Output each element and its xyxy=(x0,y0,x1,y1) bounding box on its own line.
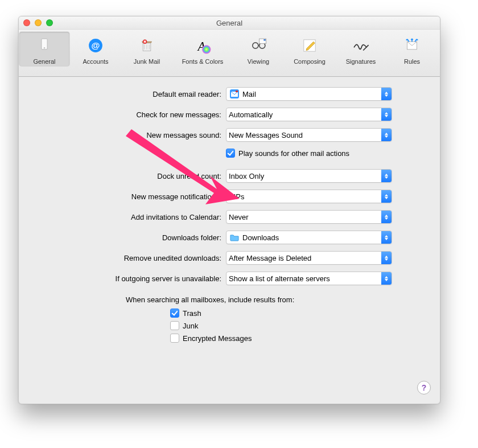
folder-icon xyxy=(230,233,239,242)
search-section-header: When searching all mailboxes, include re… xyxy=(126,295,431,304)
downloads-folder-label: Downloads folder: xyxy=(28,233,226,242)
search-trash-checkbox[interactable] xyxy=(170,309,179,318)
outgoing-server-value: Show a list of alternate servers xyxy=(226,274,381,283)
search-junk-row[interactable]: Junk xyxy=(170,321,431,330)
mail-app-icon xyxy=(230,89,239,98)
dropdown-stepper-icon xyxy=(381,108,392,121)
check-messages-value: Automatically xyxy=(226,110,381,119)
default-reader-value: Mail xyxy=(242,90,381,98)
downloads-folder-select[interactable]: Downloads xyxy=(226,231,392,244)
tab-accounts[interactable]: @ Accounts xyxy=(71,32,121,66)
dock-unread-value: Inbox Only xyxy=(226,172,381,180)
new-sound-label: New messages sound: xyxy=(28,131,226,139)
outgoing-server-label: If outgoing server is unavailable: xyxy=(28,274,226,283)
dropdown-stepper-icon xyxy=(381,211,392,223)
tab-signatures[interactable]: Signatures xyxy=(336,32,386,66)
viewing-icon xyxy=(247,34,270,57)
dropdown-stepper-icon xyxy=(381,231,392,244)
help-button[interactable]: ? xyxy=(417,381,431,394)
search-trash-row[interactable]: Trash xyxy=(170,309,431,318)
tab-label: Signatures xyxy=(346,58,376,65)
remove-downloads-label: Remove unedited downloads: xyxy=(28,254,226,262)
svg-rect-17 xyxy=(263,39,265,41)
default-reader-select[interactable]: Mail xyxy=(226,87,392,101)
svg-rect-23 xyxy=(236,91,238,92)
search-junk-checkbox[interactable] xyxy=(170,321,179,330)
tab-label: General xyxy=(33,58,55,65)
svg-point-1 xyxy=(44,47,46,49)
traffic-lights xyxy=(23,19,53,26)
dock-unread-select[interactable]: Inbox Only xyxy=(226,169,392,183)
tab-fonts-colors[interactable]: A Fonts & Colors xyxy=(173,32,232,66)
outgoing-server-select[interactable]: Show a list of alternate servers xyxy=(226,272,392,285)
zoom-button[interactable] xyxy=(46,19,53,26)
tab-label: Accounts xyxy=(83,58,108,65)
svg-text:@: @ xyxy=(92,40,100,50)
dropdown-stepper-icon xyxy=(381,170,392,182)
search-encrypted-row[interactable]: Encrypted Messages xyxy=(170,334,431,343)
accounts-icon: @ xyxy=(84,34,107,57)
play-sounds-checkbox[interactable] xyxy=(226,149,235,158)
tab-label: Viewing xyxy=(248,58,269,65)
general-icon xyxy=(33,34,56,57)
signatures-icon xyxy=(349,34,372,57)
tab-rules[interactable]: Rules xyxy=(387,32,437,66)
fonts-colors-icon: A xyxy=(191,34,214,57)
remove-downloads-value: After Message is Deleted xyxy=(226,254,381,262)
notifications-value: VIPs xyxy=(226,192,381,201)
svg-point-12 xyxy=(202,45,211,54)
search-encrypted-checkbox[interactable] xyxy=(170,334,179,343)
preferences-window: General General @ xyxy=(18,16,440,404)
preferences-toolbar: General @ Accounts xyxy=(19,30,440,77)
svg-point-13 xyxy=(253,43,258,48)
default-reader-label: Default email reader: xyxy=(28,90,226,98)
rules-icon xyxy=(401,34,423,57)
dropdown-stepper-icon xyxy=(381,129,392,141)
play-sounds-checkbox-row[interactable]: Play sounds for other mail actions xyxy=(226,149,431,158)
close-button[interactable] xyxy=(23,19,30,26)
tab-label: Composing xyxy=(294,58,325,65)
new-sound-select[interactable]: New Messages Sound xyxy=(226,128,392,142)
tab-general[interactable]: General xyxy=(19,32,69,66)
tab-label: Fonts & Colors xyxy=(182,58,224,65)
dropdown-stepper-icon xyxy=(381,190,392,203)
play-sounds-label: Play sounds for other mail actions xyxy=(238,149,349,158)
tab-composing[interactable]: Composing xyxy=(285,32,335,66)
invitations-select[interactable]: Never xyxy=(226,210,392,224)
search-junk-label: Junk xyxy=(183,322,198,330)
search-trash-label: Trash xyxy=(183,309,201,318)
tab-junk-mail[interactable]: Junk Mail xyxy=(122,32,172,66)
composing-icon xyxy=(298,34,321,57)
remove-downloads-select[interactable]: After Message is Deleted xyxy=(226,251,392,265)
downloads-folder-value: Downloads xyxy=(242,233,381,242)
dropdown-stepper-icon xyxy=(381,272,392,285)
notifications-label: New message notifications: xyxy=(28,192,226,201)
settings-body: Default email reader: Mail xyxy=(19,77,440,352)
search-encrypted-label: Encrypted Messages xyxy=(183,334,252,343)
check-messages-select[interactable]: Automatically xyxy=(226,108,392,121)
window-title: General xyxy=(216,19,242,27)
help-icon: ? xyxy=(422,383,427,392)
notifications-select[interactable]: VIPs xyxy=(226,190,392,203)
junk-mail-icon xyxy=(135,34,158,57)
check-messages-label: Check for new messages: xyxy=(28,110,226,119)
tab-viewing[interactable]: Viewing xyxy=(233,32,283,66)
new-sound-value: New Messages Sound xyxy=(226,131,381,139)
titlebar: General xyxy=(19,17,440,30)
minimize-button[interactable] xyxy=(35,19,42,26)
invitations-label: Add invitations to Calendar: xyxy=(28,213,226,221)
dock-unread-label: Dock unread count: xyxy=(28,172,226,180)
dropdown-stepper-icon xyxy=(381,88,392,100)
tab-label: Junk Mail xyxy=(134,58,160,65)
invitations-value: Never xyxy=(226,213,381,221)
dropdown-stepper-icon xyxy=(381,252,392,264)
tab-label: Rules xyxy=(404,58,420,65)
